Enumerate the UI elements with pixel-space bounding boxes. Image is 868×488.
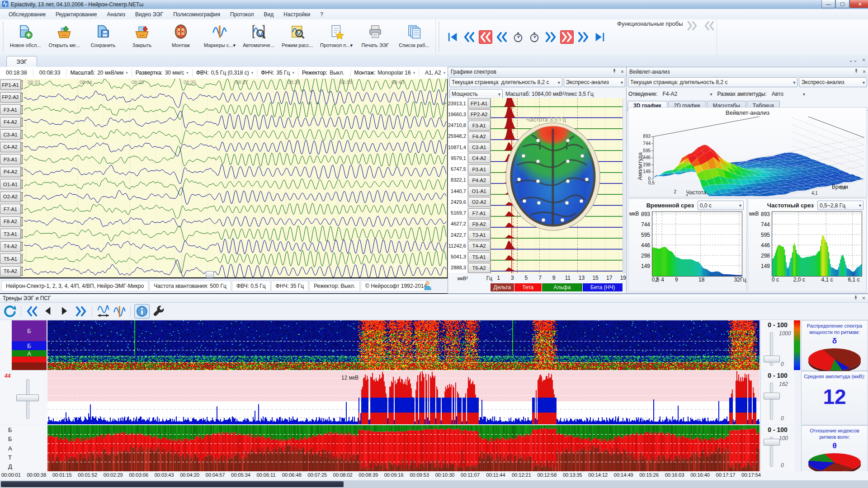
amplitude-scale-slider-thumb[interactable] bbox=[764, 393, 780, 399]
spectra-channel-label[interactable]: O2-A2 bbox=[468, 197, 491, 207]
amplitude-scale-slider[interactable] bbox=[770, 383, 773, 420]
time-slice-chart[interactable] bbox=[652, 211, 742, 277]
skip-start-button[interactable] bbox=[446, 30, 460, 44]
eeg-setting-field[interactable]: ФНЧ: 35 Гц ▾ bbox=[257, 69, 298, 77]
wavelet-3d-chart[interactable]: Вейвлет-анализ bbox=[628, 107, 867, 197]
timer-forward-button[interactable] bbox=[528, 30, 541, 44]
rhythm-index-trend[interactable] bbox=[47, 425, 760, 471]
close-panel-icon[interactable]: × bbox=[862, 295, 865, 301]
eeg-channel-label[interactable]: O2-A2 bbox=[0, 192, 21, 202]
eeg-horizontal-scrollbar-thumb[interactable] bbox=[206, 271, 214, 278]
freq-slice-chart[interactable] bbox=[772, 211, 862, 277]
spectra-channel-label[interactable]: O1-A1 bbox=[468, 186, 491, 196]
spectra-channel-label[interactable]: C3-A1 bbox=[468, 142, 491, 152]
toolbar-button[interactable]: Открыть ме... bbox=[45, 20, 84, 53]
menu-item[interactable]: Анализ bbox=[102, 10, 131, 19]
eeg-channel-label[interactable]: F3-A1 bbox=[0, 104, 21, 115]
epoch-back-button[interactable] bbox=[479, 30, 492, 44]
spectra-channel-label[interactable]: P4-A2 bbox=[468, 175, 491, 185]
eeg-channel-label[interactable]: C3-A1 bbox=[0, 129, 21, 140]
skip-end-button[interactable] bbox=[593, 30, 606, 44]
spectra-channel-label[interactable]: C4-A2 bbox=[468, 153, 491, 163]
amplitude-range-select[interactable]: Авто bbox=[769, 89, 807, 99]
amplitude-trend[interactable] bbox=[47, 371, 760, 424]
menu-item[interactable]: Вид bbox=[259, 10, 279, 19]
spectra-channel-label[interactable]: F4-A2 bbox=[468, 131, 491, 141]
eeg-channel-label[interactable]: F7-A1 bbox=[0, 204, 21, 214]
rhythm-scale-slider-thumb[interactable] bbox=[764, 439, 780, 446]
eeg-channel-label[interactable]: FP1-A1 bbox=[0, 80, 21, 90]
eeg-channel-label[interactable]: C4-A2 bbox=[0, 142, 21, 152]
toolbar-button[interactable]: Сохранить bbox=[84, 20, 123, 53]
pin-icon[interactable] bbox=[853, 295, 859, 302]
spectra-mode-select[interactable]: Экспресс-анализ bbox=[564, 77, 625, 87]
spectra-channel-label[interactable]: F8-A2 bbox=[468, 219, 491, 229]
page-forward-button[interactable] bbox=[544, 30, 557, 44]
pin-icon[interactable] bbox=[612, 68, 617, 75]
menu-item[interactable]: Протокол bbox=[225, 10, 259, 19]
close-panel-icon[interactable]: × bbox=[621, 69, 624, 75]
pin-icon[interactable] bbox=[854, 68, 859, 75]
close-button[interactable]: × bbox=[849, 0, 868, 8]
wavelet-mode-select[interactable]: Экспресс-анализ bbox=[799, 77, 867, 87]
tab-eeg[interactable]: ЭЭГ bbox=[6, 56, 37, 67]
refresh-button[interactable] bbox=[3, 305, 17, 318]
functional-test-prev-icon[interactable] bbox=[704, 20, 715, 53]
eeg-channel-label[interactable]: P4-A2 bbox=[0, 167, 21, 177]
eeg-setting-field[interactable]: 00:08:33 bbox=[33, 69, 67, 77]
amplitude-scale-button[interactable] bbox=[112, 305, 127, 318]
maximize-button[interactable]: ▢ bbox=[835, 0, 849, 8]
close-tab-icon[interactable]: × bbox=[862, 57, 865, 63]
sweep-scale-button[interactable] bbox=[96, 305, 110, 318]
menu-item[interactable]: Редактирование bbox=[51, 10, 102, 19]
timer-back-button[interactable] bbox=[511, 30, 525, 44]
spectra-measure-select[interactable]: Мощность bbox=[449, 89, 503, 99]
minimize-button[interactable]: — bbox=[821, 0, 835, 8]
spectra-channel-label[interactable]: F7-A1 bbox=[468, 208, 491, 218]
freq-slice-select[interactable]: 0,5~2,8 Гц bbox=[817, 201, 863, 210]
toolbar-button[interactable]: Маркеры с...▾ bbox=[200, 20, 239, 53]
eeg-channel-label[interactable]: T5-A1 bbox=[0, 253, 21, 264]
spectra-channel-label[interactable]: F3-A1 bbox=[468, 121, 491, 131]
spectra-page-select[interactable]: Текущая страница: длительность 8,2 с bbox=[449, 77, 562, 87]
page-back-button[interactable] bbox=[25, 305, 39, 318]
eeg-setting-field[interactable]: Режектор: Выкл. bbox=[298, 69, 351, 77]
page-forward-button[interactable] bbox=[74, 305, 88, 318]
menu-item[interactable]: Настройки bbox=[278, 10, 315, 19]
pin-panels-icon[interactable]: ⌄⌄ bbox=[849, 57, 858, 63]
spectra-channel-label[interactable]: T3-A1 bbox=[468, 230, 491, 240]
spectra-channel-label[interactable]: FP2-A2 bbox=[468, 109, 491, 119]
toolbar-button[interactable]: Режим расс... bbox=[278, 20, 317, 53]
epoch-forward-button[interactable] bbox=[560, 30, 574, 44]
eeg-setting-field[interactable]: 00:18:38 bbox=[0, 69, 33, 77]
eeg-setting-field[interactable]: Масштаб: 20 мкВ/мм ▾ bbox=[66, 69, 132, 77]
toolbar-button[interactable]: Новое обсл... bbox=[6, 20, 45, 53]
menu-item[interactable]: Полисомнография bbox=[168, 10, 225, 19]
eeg-setting-field[interactable]: Монтаж: Monopolar 16 ▾ bbox=[351, 69, 420, 77]
fast-back-button[interactable] bbox=[462, 30, 476, 44]
eeg-channel-label[interactable]: FP2-A2 bbox=[0, 92, 21, 103]
menu-item[interactable]: ? bbox=[315, 10, 328, 19]
page-back-button[interactable] bbox=[495, 30, 509, 44]
info-button[interactable] bbox=[134, 304, 150, 319]
dsa-scale-slider-thumb[interactable] bbox=[764, 356, 780, 362]
fast-forward-button[interactable] bbox=[576, 30, 590, 44]
eeg-channel-label[interactable]: T6-A2 bbox=[0, 266, 21, 277]
toolbar-button[interactable]: Печать ЭЭГ bbox=[356, 20, 395, 53]
lead-select[interactable]: F4-A2 bbox=[660, 89, 715, 99]
step-forward-button[interactable] bbox=[57, 305, 72, 318]
eeg-channel-label[interactable]: T4-A2 bbox=[0, 241, 21, 252]
toolbar-button[interactable]: Закрыть bbox=[123, 20, 161, 53]
dsa-spectrogram[interactable] bbox=[47, 320, 760, 370]
eeg-setting-field[interactable]: Развертка: 30 мм/с ▾ bbox=[132, 69, 193, 77]
toolbar-button[interactable]: Протокол п...▾ bbox=[317, 20, 356, 53]
wavelet-page-select[interactable]: Текущая страница: длительность 8,2 с bbox=[628, 77, 797, 87]
eeg-channel-label[interactable]: P3-A1 bbox=[0, 154, 21, 164]
toolbar-button[interactable]: Список раб... bbox=[395, 20, 434, 53]
eeg-setting-field[interactable]: A1, A2 ▾ bbox=[419, 69, 448, 77]
trends-scrollbar[interactable] bbox=[0, 480, 868, 488]
menu-item[interactable]: Видео ЭЭГ bbox=[130, 10, 168, 19]
spectra-channel-label[interactable]: P3-A1 bbox=[468, 164, 491, 174]
time-slice-select[interactable]: 0,0 с bbox=[698, 201, 744, 210]
toolbar-button[interactable]: Автоматиче... bbox=[239, 20, 278, 53]
